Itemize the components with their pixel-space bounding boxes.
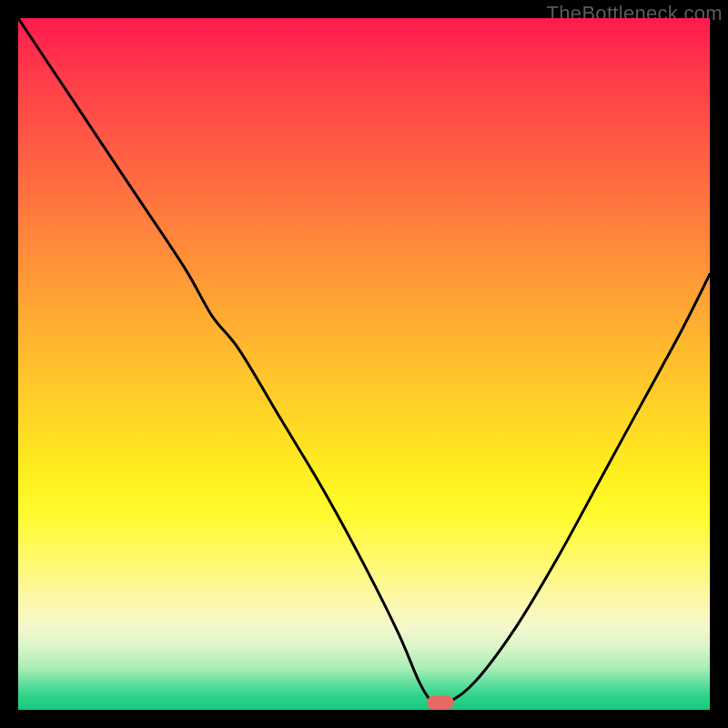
curve-path [18, 18, 710, 705]
bottleneck-curve [18, 18, 710, 710]
plot-area [18, 18, 710, 710]
optimal-point-marker [427, 696, 454, 710]
chart-frame: TheBottleneck.com [0, 0, 728, 728]
